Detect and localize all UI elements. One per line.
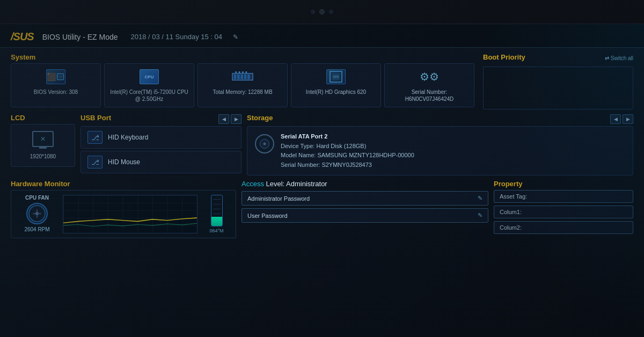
cpu-icon-wrap [138,68,160,85]
fan-chart-area [63,195,197,233]
admin-password-label: Administrator Password [247,195,310,202]
camera-indicator-2 [329,10,333,14]
storage-nav-buttons: ◀ ▶ [610,114,633,124]
gpu-icon-wrap: GPU [325,68,347,85]
svg-rect-17 [245,71,247,74]
monitor-icon: ✕ [32,131,54,147]
gear-icon: ⚙⚙ [420,70,439,83]
lcd-title: LCD [11,114,75,122]
svg-rect-16 [242,71,244,74]
gpu-svg: GPU [328,70,343,84]
svg-rect-12 [244,74,247,79]
gpu-card: GPU Intel(R) HD Graphics 620 [291,63,381,107]
svg-rect-13 [247,74,250,79]
svg-rect-15 [239,71,240,74]
usb-keyboard-item: ⎇ HID Keyboard [80,126,241,149]
top-row: System [11,53,633,109]
bios-version-text: BIOS Version: 308 [17,89,95,96]
camera-lens [319,9,325,14]
svg-rect-11 [240,74,243,79]
bios-header: /SUS BIOS Utility - EZ Mode 2018 / 03 / … [0,24,644,48]
storage-model: Model Name: SAMSUNG MZNTY128HDHP-00000 [281,151,414,160]
fan-chart-svg [63,195,197,233]
svg-rect-10 [237,74,240,79]
bios-datetime: 2018 / 03 / 11 Sunday 15 : 04 [131,33,223,41]
bios-mode-title: BIOS Utility - EZ Mode [42,33,118,41]
svg-point-22 [35,212,39,215]
admin-password-field[interactable]: Administrator Password ✎ [241,191,488,206]
cpu-fan-section: CPU FAN [16,195,58,233]
svg-rect-14 [235,71,237,74]
usb-nav-buttons: ◀ ▶ [218,114,241,124]
hw-monitor-inner: CPU FAN [11,190,236,238]
hw-monitor-section: Hardware Monitor CPU FAN [11,180,236,238]
boot-priority-title: Boot Priority [483,53,525,61]
cpu-text: Intel(R) Core(TM) i5-7200U CPU @ 2.50GHz [110,89,188,102]
access-keyword: Access [241,180,264,188]
svg-text:GPU: GPU [333,75,339,78]
property-section: Property Asset Tag: Colum1: Colum2: [494,180,633,234]
bios-main-content: System [0,48,644,334]
usb-mouse-icon: ⎇ [87,156,103,169]
system-section-title: System [11,53,474,61]
storage-serial: Serial Number: S2YMNY0J528473 [281,160,414,170]
svg-rect-9 [234,74,237,79]
svg-rect-1 [58,75,62,78]
usb-mouse-label: HID Mouse [108,158,140,166]
svg-rect-23 [63,195,197,233]
asset-tag-field[interactable]: Asset Tag: [494,190,633,203]
storage-card: Serial ATA Port 2 Device Type: Hard Disk… [247,126,633,175]
column2-field[interactable]: Colum2: [494,221,633,234]
user-password-field[interactable]: User Password ✎ [241,208,488,223]
usb-title: USB Port [80,114,111,122]
access-level-value: Level: Administrator [266,180,327,188]
chip-svg [56,71,65,83]
monitor-x-icon: ✕ [40,135,46,143]
usb-keyboard-icon: ⎇ [87,131,103,144]
laptop-bezel [0,0,644,24]
property-title: Property [494,180,633,188]
boot-priority-header: Boot Priority ⇄ Switch all [483,53,633,63]
storage-prev-button[interactable]: ◀ [610,114,621,124]
boot-priority-section: Boot Priority ⇄ Switch all [483,53,633,109]
property-fields: Asset Tag: Colum1: Colum2: [494,190,633,234]
storage-port: Serial ATA Port 2 [281,132,414,142]
storage-device-type: Device Type: Hard Disk (128GB) [281,142,414,151]
cpu-fan-label: CPU FAN [25,195,49,201]
column1-field[interactable]: Colum1: [494,206,633,218]
temp-scale-label: 064°M [209,228,223,233]
asus-logo: /SUS [11,31,34,43]
cpu-card: Intel(R) Core(TM) i5-7200U CPU @ 2.50GHz [104,63,194,107]
storage-next-button[interactable]: ▶ [623,114,633,124]
cpu-chip-icon [140,69,159,84]
hw-monitor-title: Hardware Monitor [11,180,236,188]
usb-next-button[interactable]: ▶ [231,114,241,124]
memory-svg [232,70,253,84]
gpu-text: Intel(R) HD Graphics 620 [297,89,375,96]
system-cards: BIOS Version: 308 Intel(R) Core(TM) i5-7… [11,63,474,107]
lcd-resolution: 1920*1080 [17,153,69,160]
edit-datetime-icon[interactable]: ✎ [233,33,238,41]
gpu-chip-icon: GPU [326,69,346,84]
fan-rpm-value: 2604 RPM [24,226,49,232]
user-password-label: User Password [247,213,288,219]
fan-svg [28,204,46,223]
lcd-section: LCD ✕ 1920*1080 [11,114,75,167]
user-password-edit-icon[interactable]: ✎ [478,212,482,219]
bios-screen: /SUS BIOS Utility - EZ Mode 2018 / 03 / … [0,24,644,337]
hdd-inner-icon [260,139,269,149]
temperature-gauge: 064°M [202,195,231,233]
serial-card: ⚙⚙ Serial Number: H6N0CV07J46424D [384,63,474,107]
serial-text: Serial Number: H6N0CV07J46424D [390,89,469,102]
hdd-icon [255,134,274,153]
admin-password-edit-icon[interactable]: ✎ [478,195,482,202]
bios-version-card: BIOS Version: 308 [11,63,101,107]
fan-circle [26,203,48,224]
memory-card: Total Memory: 12288 MB [197,63,288,107]
switch-all-button[interactable]: ⇄ Switch all [605,55,633,61]
usb-prev-button[interactable]: ◀ [218,114,229,124]
mem-icon-wrap [232,68,253,85]
usb-section: USB Port ◀ ▶ ⎇ HID Keyboard ⎇ HID Mouse [80,114,241,175]
storage-header: Storage ◀ ▶ [247,114,633,124]
bottom-row: Hardware Monitor CPU FAN [11,180,633,328]
